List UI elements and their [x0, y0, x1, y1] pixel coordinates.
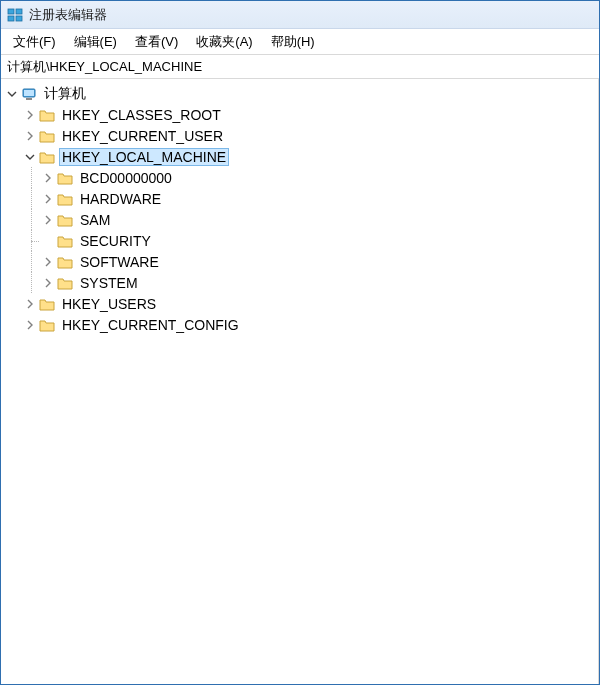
tree-node-bcd[interactable]: BCD00000000 [5, 167, 598, 188]
tree-node-software[interactable]: SOFTWARE [5, 251, 598, 272]
folder-icon [57, 275, 73, 291]
tree-node-system[interactable]: SYSTEM [5, 272, 598, 293]
folder-icon [57, 254, 73, 270]
tree-node-hardware[interactable]: HARDWARE [5, 188, 598, 209]
registry-editor-window: 注册表编辑器 文件(F) 编辑(E) 查看(V) 收藏夹(A) 帮助(H) [0, 0, 600, 685]
window-title: 注册表编辑器 [29, 6, 107, 24]
tree-root-computer[interactable]: 计算机 [5, 83, 598, 104]
content-area: 计算机 HKEY_CLASSES_ROOT [1, 79, 599, 684]
tree-node-hkcr[interactable]: HKEY_CLASSES_ROOT [5, 104, 598, 125]
chevron-right-icon[interactable] [41, 255, 55, 269]
chevron-down-icon[interactable] [23, 150, 37, 164]
tree-node-label: 计算机 [41, 84, 89, 104]
tree-node-label: HKEY_USERS [59, 295, 159, 313]
svg-rect-1 [16, 9, 22, 14]
folder-icon [39, 128, 55, 144]
tree-node-hkcu[interactable]: HKEY_CURRENT_USER [5, 125, 598, 146]
chevron-right-icon[interactable] [23, 108, 37, 122]
tree-node-label: HKEY_LOCAL_MACHINE [59, 148, 229, 166]
tree-node-label: HKEY_CURRENT_USER [59, 127, 226, 145]
menubar: 文件(F) 编辑(E) 查看(V) 收藏夹(A) 帮助(H) [1, 29, 599, 55]
tree-node-label: SAM [77, 211, 113, 229]
svg-rect-6 [26, 98, 32, 100]
folder-open-icon [39, 149, 55, 165]
folder-icon [39, 317, 55, 333]
tree-node-label: HARDWARE [77, 190, 164, 208]
chevron-right-icon[interactable] [41, 171, 55, 185]
folder-icon [39, 107, 55, 123]
tree-node-label: HKEY_CLASSES_ROOT [59, 106, 224, 124]
menu-favorites[interactable]: 收藏夹(A) [188, 30, 260, 54]
menu-help[interactable]: 帮助(H) [263, 30, 323, 54]
chevron-right-icon[interactable] [23, 297, 37, 311]
menu-view[interactable]: 查看(V) [127, 30, 186, 54]
chevron-right-icon[interactable] [23, 318, 37, 332]
folder-icon [57, 191, 73, 207]
tree-node-hklm[interactable]: HKEY_LOCAL_MACHINE [5, 146, 598, 167]
chevron-right-icon[interactable] [41, 213, 55, 227]
folder-icon [57, 233, 73, 249]
menu-edit[interactable]: 编辑(E) [66, 30, 125, 54]
tree-node-hku[interactable]: HKEY_USERS [5, 293, 598, 314]
computer-icon [21, 86, 37, 102]
menu-file[interactable]: 文件(F) [5, 30, 64, 54]
tree-node-label: SYSTEM [77, 274, 141, 292]
titlebar: 注册表编辑器 [1, 1, 599, 29]
chevron-right-icon[interactable] [23, 129, 37, 143]
chevron-down-icon[interactable] [5, 87, 19, 101]
tree-pane[interactable]: 计算机 HKEY_CLASSES_ROOT [1, 79, 599, 684]
folder-icon [57, 170, 73, 186]
tree-node-label: HKEY_CURRENT_CONFIG [59, 316, 242, 334]
tree-node-label: SOFTWARE [77, 253, 162, 271]
tree-node-security[interactable]: SECURITY [5, 230, 598, 251]
svg-rect-5 [24, 90, 34, 96]
tree-node-label: BCD00000000 [77, 169, 175, 187]
svg-rect-3 [16, 16, 22, 21]
folder-icon [57, 212, 73, 228]
folder-icon [39, 296, 55, 312]
tree-node-hkcc[interactable]: HKEY_CURRENT_CONFIG [5, 314, 598, 335]
tree-node-sam[interactable]: SAM [5, 209, 598, 230]
chevron-right-icon[interactable] [41, 192, 55, 206]
chevron-right-icon[interactable] [41, 276, 55, 290]
tree-node-label: SECURITY [77, 232, 154, 250]
address-input[interactable] [7, 59, 593, 74]
regedit-icon [7, 7, 23, 23]
address-bar [1, 55, 599, 79]
svg-rect-2 [8, 16, 14, 21]
svg-rect-0 [8, 9, 14, 14]
